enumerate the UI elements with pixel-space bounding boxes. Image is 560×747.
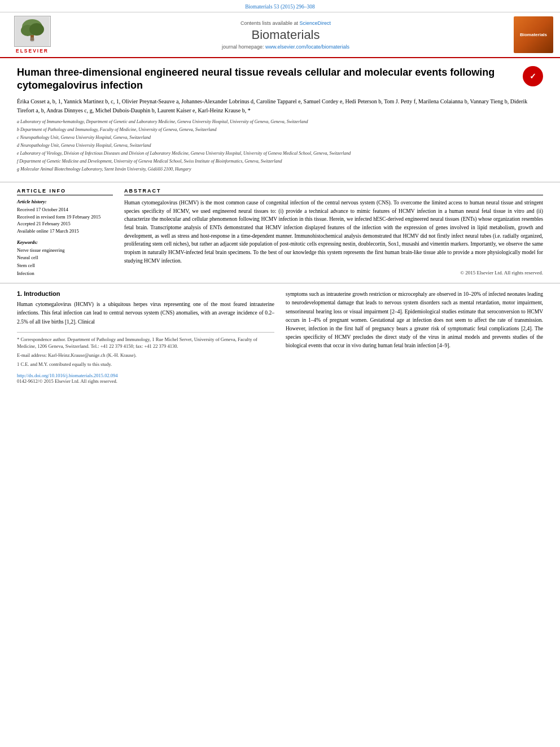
page: Biomaterials 53 (2015) 296–308 bbox=[0, 0, 560, 747]
footnote-email-label: E-mail address: bbox=[17, 352, 47, 358]
abstract-text: Human cytomegalovirus (HCMV) is the most… bbox=[124, 199, 543, 265]
doi-block: http://dx.doi.org/10.1016/j.biomaterials… bbox=[17, 373, 274, 384]
crossmark-icon[interactable]: ✓ bbox=[523, 66, 543, 86]
keyword-1: Nerve tissue engineering bbox=[17, 247, 113, 255]
abstract-column: ABSTRACT Human cytomegalovirus (HCMV) is… bbox=[124, 188, 543, 277]
intro-text-right: symptoms such as intrauterine growth res… bbox=[286, 290, 543, 350]
accepted-date: Accepted 21 February 2015 bbox=[17, 220, 113, 228]
article-title: Human three-dimensional engineered neura… bbox=[17, 66, 517, 93]
body-content: 1. Introduction Human cytomegalovirus (H… bbox=[0, 283, 560, 391]
footnote-correspondence: * Correspondence author. Department of P… bbox=[17, 336, 274, 351]
keyword-2: Neural cell bbox=[17, 254, 113, 262]
sciencedirect-line: Contents lists available at ScienceDirec… bbox=[63, 20, 508, 26]
keyword-4: Infection bbox=[17, 270, 113, 278]
affiliation-g: g Molecular Animal Biotechnology Laborat… bbox=[17, 166, 543, 173]
affiliation-d: d Neuropathology Unit, Geneva University… bbox=[17, 142, 543, 149]
article-info-column: ARTICLE INFO Article history: Received 1… bbox=[17, 188, 113, 277]
footnote-note1: 1 C.E. and M.Y. contributed equally to t… bbox=[17, 361, 274, 368]
affiliation-b: b Department of Pathology and Immunology… bbox=[17, 126, 543, 133]
copyright-line: © 2015 Elsevier Ltd. All rights reserved… bbox=[124, 270, 543, 276]
biomaterials-logo: Biomaterials bbox=[514, 16, 553, 53]
footnote-email-desc: (K.-H. Krause). bbox=[107, 352, 137, 358]
journal-center-info: Contents lists available at ScienceDirec… bbox=[58, 20, 514, 50]
homepage-line: journal homepage: www.elsevier.com/locat… bbox=[63, 44, 508, 50]
footnote-block: * Correspondence author. Department of P… bbox=[17, 332, 274, 368]
svg-point-3 bbox=[29, 23, 44, 36]
article-info-header: ARTICLE INFO bbox=[17, 188, 113, 195]
top-journal-bar: Biomaterials 53 (2015) 296–308 bbox=[0, 0, 560, 12]
elsevier-logo-block: ELSEVIER bbox=[7, 16, 58, 54]
received-date: Received 17 October 2014 bbox=[17, 206, 113, 213]
abstract-header: ABSTRACT bbox=[124, 188, 543, 195]
elsevier-tree-image bbox=[14, 16, 51, 47]
intro-section-title: 1. Introduction bbox=[17, 290, 274, 297]
keyword-3: Stem cell bbox=[17, 262, 113, 270]
article-title-block: Human three-dimensional engineered neura… bbox=[17, 66, 543, 93]
affiliation-f: f Department of Genetic Medicine and Dev… bbox=[17, 158, 543, 165]
body-col-right: symptoms such as intrauterine growth res… bbox=[286, 290, 543, 384]
elsevier-label: ELSEVIER bbox=[16, 48, 49, 54]
sciencedirect-link[interactable]: ScienceDirect bbox=[300, 20, 331, 26]
affiliations-block: a Laboratory of Immuno-hematology, Depar… bbox=[17, 119, 543, 173]
article-main-section: Human three-dimensional engineered neura… bbox=[0, 58, 560, 182]
article-history-section: Article history: Received 17 October 201… bbox=[17, 199, 113, 235]
journal-header: ELSEVIER Contents lists available at Sci… bbox=[0, 12, 560, 58]
footnote-email-link[interactable]: Karl-Heinz.Krause@unige.ch bbox=[48, 352, 105, 358]
issn-text: 0142-9612/© 2015 Elsevier Ltd. All right… bbox=[17, 378, 117, 384]
body-col-left: 1. Introduction Human cytomegalovirus (H… bbox=[17, 290, 274, 384]
journal-reference-link[interactable]: Biomaterials 53 (2015) 296–308 bbox=[245, 4, 315, 10]
available-date: Available online 17 March 2015 bbox=[17, 228, 113, 235]
authors-line: Érika Cosset a, b, 1, Yannick Martinez b… bbox=[17, 97, 543, 115]
homepage-link[interactable]: www.elsevier.com/locate/biomaterials bbox=[265, 44, 349, 50]
svg-point-5 bbox=[30, 37, 34, 42]
affiliation-e: e Laboratory of Virology, Division of In… bbox=[17, 150, 543, 157]
article-info-abstract-section: ARTICLE INFO Article history: Received 1… bbox=[0, 182, 560, 283]
journal-title-header: Biomaterials bbox=[63, 28, 508, 42]
doi-link[interactable]: http://dx.doi.org/10.1016/j.biomaterials… bbox=[17, 373, 118, 378]
affiliation-a: a Laboratory of Immuno-hematology, Depar… bbox=[17, 119, 543, 125]
footnote-email: E-mail address: Karl-Heinz.Krause@unige.… bbox=[17, 352, 274, 359]
intro-text-left: Human cytomegalovirus (HCMV) is a ubiqui… bbox=[17, 300, 274, 326]
affiliation-c: c Neuropathology Unit, Geneva University… bbox=[17, 134, 543, 141]
revised-date: Received in revised form 19 February 201… bbox=[17, 213, 113, 221]
keywords-section: Keywords: Nerve tissue engineering Neura… bbox=[17, 239, 113, 277]
article-history-label: Article history: bbox=[17, 199, 113, 204]
keywords-label: Keywords: bbox=[17, 239, 113, 245]
